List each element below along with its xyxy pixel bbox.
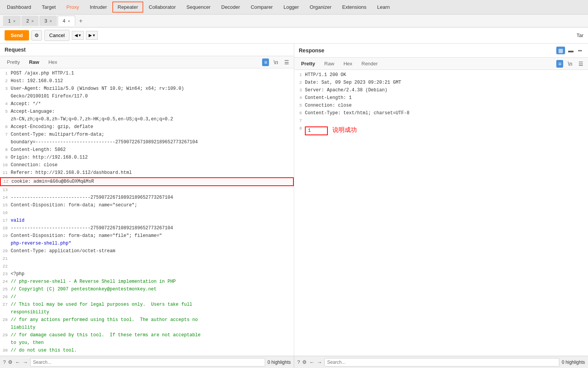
response-list-icon[interactable]: ▪▪ bbox=[577, 47, 583, 54]
bottom-bar: ? ⚙ ← → 0 highlights ? ⚙ ← → 0 highlight… bbox=[0, 356, 588, 368]
request-tab-raw[interactable]: Raw bbox=[25, 58, 43, 66]
response-highlighted-value: 1 bbox=[305, 126, 328, 135]
request-tab-pretty[interactable]: Pretty bbox=[3, 58, 24, 66]
table-row: 27// This tool may be used for legal pur… bbox=[0, 301, 294, 309]
table-row: 12cookie: admin=&G6u@B6uDXMq&MsR bbox=[0, 177, 294, 186]
response-settings-icon[interactable]: ⚙ bbox=[302, 359, 307, 365]
table-row: 22 bbox=[0, 263, 294, 271]
request-format-icon[interactable]: ≡ bbox=[262, 58, 269, 66]
request-search-input[interactable] bbox=[30, 358, 265, 366]
tab-4-close[interactable]: × bbox=[68, 19, 70, 23]
request-menu-icon[interactable]: ☰ bbox=[283, 58, 291, 66]
nav-repeater[interactable]: Repeater bbox=[112, 2, 143, 13]
table-row: 1POST /ajax.php HTTP/1.1 bbox=[0, 70, 294, 78]
response-split-icon[interactable]: ▬ bbox=[567, 47, 575, 54]
table-row: 15Content-Disposition: form-data; name="… bbox=[0, 202, 294, 209]
table-row: 18-----------------------------275907226… bbox=[0, 225, 294, 232]
cancel-button[interactable]: Cancel bbox=[44, 30, 70, 41]
request-highlights-count: 0 highlights bbox=[267, 360, 291, 365]
main-area: Request Pretty Raw Hex ≡ \n ☰ 1POST /aja… bbox=[0, 44, 588, 356]
table-row: 13 bbox=[0, 186, 294, 194]
gear-button[interactable]: ⚙ bbox=[31, 30, 42, 41]
nav-proxy[interactable]: Proxy bbox=[61, 1, 84, 13]
table-row: responsibility bbox=[0, 309, 294, 316]
response-highlights-count: 0 highlights bbox=[562, 360, 585, 365]
table-row: 11Referer: http://192.168.0.112/dashboar… bbox=[0, 169, 294, 177]
table-row: 25// Copyright (C) 2007 pentestmonkey@pe… bbox=[0, 286, 294, 293]
table-row: 19Content-Disposition: form-data; name="… bbox=[0, 232, 294, 240]
prev-button[interactable]: ◀ ▾ bbox=[72, 31, 84, 40]
table-row: Gecko/20100101 Firefox/117.0 bbox=[0, 93, 294, 101]
request-forward-arrow[interactable]: → bbox=[23, 359, 28, 365]
table-row: 7 bbox=[294, 117, 588, 125]
tab-3-label: 3 bbox=[44, 18, 47, 24]
nav-learn[interactable]: Learn bbox=[372, 1, 395, 13]
table-row: 23<?php bbox=[0, 271, 294, 278]
table-row: 5Connection: close bbox=[294, 102, 588, 110]
table-row: 3Server: Apache/2.4.38 (Debian) bbox=[294, 87, 588, 94]
nav-target[interactable]: Target bbox=[37, 1, 61, 13]
nav-logger[interactable]: Logger bbox=[278, 1, 304, 13]
request-newline-icon[interactable]: \n bbox=[272, 58, 280, 66]
nav-decoder[interactable]: Decoder bbox=[216, 1, 245, 13]
table-row: 81说明成功 bbox=[294, 125, 588, 135]
request-code-area[interactable]: 1POST /ajax.php HTTP/1.12Host: 192.168.0… bbox=[0, 68, 294, 356]
table-row: 30// do not use this tool. bbox=[0, 347, 294, 355]
request-settings-icon[interactable]: ⚙ bbox=[8, 359, 13, 365]
tab-2[interactable]: 2 × bbox=[21, 16, 39, 26]
send-button[interactable]: Send bbox=[5, 30, 29, 41]
response-menu-icon[interactable]: ☰ bbox=[577, 60, 585, 68]
table-row: php-reverse-shell.php" bbox=[0, 240, 294, 248]
response-tab-pretty[interactable]: Pretty bbox=[297, 59, 319, 68]
table-row: 3User-Agent: Mozilla/5.0 (Windows NT 10.… bbox=[0, 85, 294, 93]
table-row: 2Date: Sat, 09 Sep 2023 09:20:21 GMT bbox=[294, 79, 588, 87]
response-back-arrow[interactable]: ← bbox=[309, 359, 314, 365]
tab-1-label: 1 bbox=[8, 18, 11, 24]
nav-comparer[interactable]: Comparer bbox=[245, 1, 278, 13]
table-row: 1HTTP/1.1 200 OK bbox=[294, 71, 588, 79]
response-tab-render[interactable]: Render bbox=[358, 59, 382, 68]
tab-3-close[interactable]: × bbox=[50, 19, 52, 23]
tab-3[interactable]: 3 × bbox=[39, 16, 57, 26]
tab-4-label: 4 bbox=[63, 18, 65, 24]
request-tab-hex[interactable]: Hex bbox=[45, 58, 61, 66]
response-format-icon2[interactable]: ≡ bbox=[556, 60, 563, 68]
table-row: to you, then bbox=[0, 339, 294, 347]
table-row: 4Content-Length: 1 bbox=[294, 94, 588, 102]
table-row: liability bbox=[0, 324, 294, 332]
tab-1[interactable]: 1 × bbox=[3, 16, 21, 26]
response-bottom-panel: ? ⚙ ← → 0 highlights bbox=[294, 356, 588, 368]
top-navigation: Dashboard Target Proxy Intruder Repeater… bbox=[0, 0, 588, 15]
table-row: 10Connection: close bbox=[0, 162, 294, 169]
response-newline-icon[interactable]: \n bbox=[566, 60, 574, 68]
response-code-area[interactable]: 1HTTP/1.1 200 OK2Date: Sat, 09 Sep 2023 … bbox=[294, 70, 588, 356]
response-title: Response bbox=[299, 47, 324, 53]
nav-organizer[interactable]: Organizer bbox=[304, 1, 337, 13]
table-row: 4Accept: */* bbox=[0, 101, 294, 108]
table-row: 28// for any actions performed using thi… bbox=[0, 316, 294, 324]
response-tab-raw[interactable]: Raw bbox=[321, 59, 338, 68]
nav-collaborator[interactable]: Collaborator bbox=[143, 1, 181, 13]
response-search-input[interactable] bbox=[324, 358, 559, 366]
tab-4[interactable]: 4 × bbox=[58, 16, 75, 26]
table-row: 7Content-Type: multipart/form-data; bbox=[0, 131, 294, 139]
next-button[interactable]: ▶ ▾ bbox=[86, 31, 98, 40]
target-label: Tar bbox=[577, 32, 583, 38]
nav-extensions[interactable]: Extensions bbox=[337, 1, 372, 13]
nav-intruder[interactable]: Intruder bbox=[84, 1, 112, 13]
nav-sequencer[interactable]: Sequencer bbox=[181, 1, 216, 13]
response-format-icon[interactable]: ▦ bbox=[556, 47, 565, 54]
tab-add-button[interactable]: + bbox=[76, 16, 86, 26]
request-back-arrow[interactable]: ← bbox=[15, 359, 20, 365]
tab-1-close[interactable]: × bbox=[13, 19, 15, 23]
table-row: 14-----------------------------275907226… bbox=[0, 194, 294, 202]
table-row: 24// php-reverse-shell - A Reverse Shell… bbox=[0, 278, 294, 286]
response-help-icon[interactable]: ? bbox=[297, 359, 300, 365]
response-tab-hex[interactable]: Hex bbox=[340, 59, 356, 68]
table-row: 16 bbox=[0, 209, 294, 217]
tab-2-close[interactable]: × bbox=[31, 19, 34, 23]
table-row: 2Host: 192.168.0.112 bbox=[0, 78, 294, 85]
nav-dashboard[interactable]: Dashboard bbox=[2, 1, 37, 13]
response-forward-arrow[interactable]: → bbox=[317, 359, 322, 365]
request-help-icon[interactable]: ? bbox=[3, 359, 6, 365]
